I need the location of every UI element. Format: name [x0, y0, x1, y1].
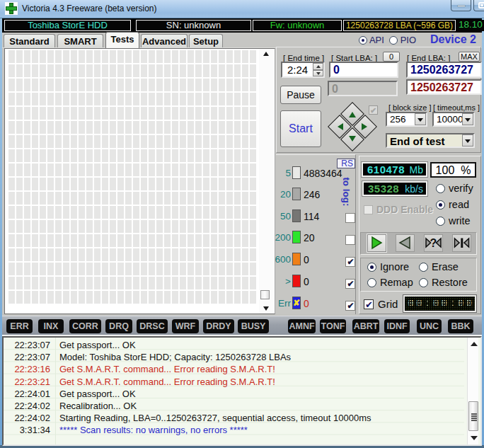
- svg-text:?: ?: [430, 237, 437, 249]
